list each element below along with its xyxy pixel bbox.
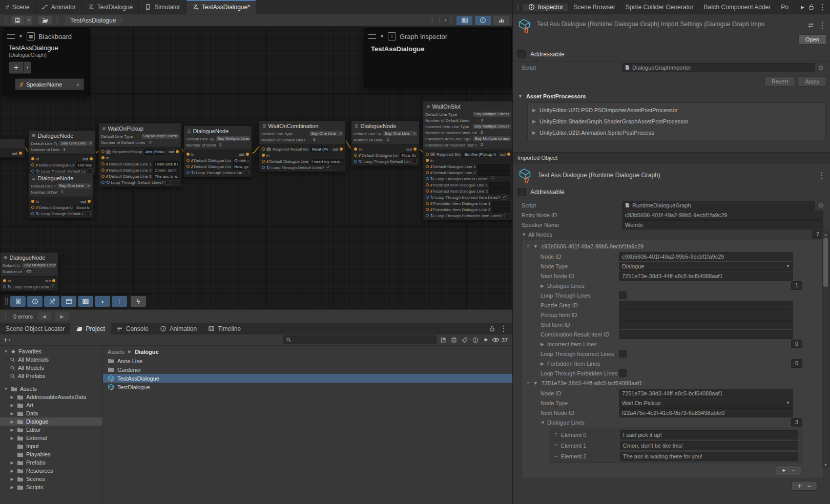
property-field[interactable]: RuntimeDialogueGraph <box>622 201 815 210</box>
out-port[interactable]: out <box>498 152 510 157</box>
port-row-loop-through-default-lines[interactable]: ↻Loop Through Default Lines?✓ <box>259 165 345 170</box>
property-checkbox[interactable] <box>619 369 627 377</box>
node-title[interactable]: ≣WaitOnSlot <box>423 101 512 111</box>
prev-error-button[interactable]: ◀ <box>37 312 51 321</box>
remove-element-button[interactable]: − <box>792 468 795 474</box>
port-icon[interactable] <box>31 206 34 209</box>
port-row-default-dialogue-line-1[interactable]: //Default Dialogue Line 1I said pick it … <box>99 161 181 166</box>
port-icon[interactable] <box>426 159 429 162</box>
port-row-in[interactable]: inout <box>29 156 95 161</box>
port-text-field[interactable]: The ass is waiting there for y <box>153 174 179 179</box>
element-field[interactable]: I said pick it up! <box>620 430 798 439</box>
port-icon[interactable] <box>101 169 105 172</box>
addressable-checkbox[interactable] <box>517 50 526 58</box>
port-icon[interactable] <box>354 148 357 151</box>
port-checkbox[interactable]: ✓ <box>50 284 55 289</box>
favorite-all-prefabs[interactable]: All Prefabs <box>0 372 102 380</box>
window-tab-testassdialogue[interactable]: TestAssDialogue* <box>186 0 256 14</box>
config-dropdown[interactable]: Say Multiple Lines▾ <box>473 136 511 141</box>
port-text-field[interactable]: I need my meat :) <box>310 159 343 164</box>
object-picker-icon[interactable]: ⊙ <box>818 64 823 71</box>
drag-handle-icon[interactable]: = <box>554 432 557 437</box>
out-port-icon[interactable] <box>507 153 510 156</box>
port-row-default-dialogue-line-2[interactable]: //Default Dialogue Line 2Cmon, don't be … <box>99 167 181 173</box>
foldout-arrow-icon[interactable]: ▼ <box>4 387 8 391</box>
out-port-icon[interactable] <box>340 148 343 151</box>
save-button[interactable] <box>11 16 25 25</box>
graph-tool-kebab-button[interactable]: ⋮ <box>112 296 127 307</box>
port-icon[interactable] <box>31 200 34 203</box>
port-icon[interactable] <box>426 202 429 205</box>
node-title[interactable]: ≣StartNode <box>0 139 25 149</box>
drag-handle-icon[interactable] <box>7 34 15 39</box>
breadcrumb-current[interactable]: Dialogue <box>135 349 158 355</box>
blackboard-header[interactable]: ▼ ▦ Blackboard <box>3 29 89 43</box>
graph-node-dialoguenode-4[interactable]: ≣DialogueNodeDefault Line TypeSay Multip… <box>183 125 252 177</box>
port-icon[interactable] <box>426 171 429 174</box>
config-value[interactable]: 2 <box>218 142 250 148</box>
scroll-up-icon[interactable]: ▲ <box>824 232 827 237</box>
foldout-arrow-icon[interactable]: ▶ <box>532 108 536 113</box>
foldout-arrow-icon[interactable]: ▶ <box>532 130 536 135</box>
out-port[interactable]: out <box>237 152 249 157</box>
foldout-arrow-icon[interactable]: ▶ <box>10 477 14 481</box>
scroll-down-icon[interactable]: ▼ <box>824 463 827 468</box>
window-tab-simulator[interactable]: Simulator <box>139 0 186 14</box>
port-text-field[interactable]: Good boy... W <box>74 205 91 211</box>
out-port[interactable]: out <box>404 147 417 152</box>
port-row-forbidden-item-dialogue-line-2[interactable]: //Forbidden Item Dialogue Line 2 <box>423 207 512 212</box>
toolbar-handle[interactable] <box>5 17 7 24</box>
breadcrumb-root[interactable]: Assets <box>108 349 125 355</box>
foldout-arrow-icon[interactable]: ▼ <box>541 420 547 425</box>
tree-folder-editor[interactable]: ▶Editor <box>0 426 102 434</box>
hidden-count[interactable]: 37 <box>492 337 508 343</box>
property-field[interactable]: f22a475e-4c2f-41c6-9b73-6a83498abfe0 <box>619 408 793 417</box>
port-icon[interactable] <box>31 212 34 215</box>
port-text-field[interactable]: I said pick it up! <box>153 161 179 167</box>
next-error-button[interactable]: ▶ <box>55 312 69 321</box>
postprocessor-item[interactable]: ▶UnityEditor.U2D.PSD.PSDImporterAssetPos… <box>528 104 825 116</box>
tree-folder-addressableassetsdata[interactable]: ▶AddressableAssetsData <box>0 393 102 401</box>
favorite-all-models[interactable]: All Models <box>0 364 102 372</box>
lock-icon[interactable] <box>489 325 495 332</box>
array-size-field[interactable]: 3 <box>791 418 802 427</box>
port-row-in[interactable]: inout <box>1 278 58 283</box>
graph-tool-window-button[interactable] <box>61 296 76 307</box>
node-title[interactable]: ≣DialogueNode <box>1 253 58 262</box>
collapse-arrow-icon[interactable]: ▼ <box>380 34 384 39</box>
object-field[interactable]: Meat (Pickup Item Data) <box>310 146 329 152</box>
port-row-in[interactable]: in <box>423 158 512 163</box>
chevron-left-icon[interactable]: ‹ <box>77 81 79 88</box>
presets-icon[interactable] <box>807 20 814 30</box>
assets-root[interactable]: ▼Assets <box>0 385 102 393</box>
port-text-field[interactable]: Now, go on, a <box>233 164 249 170</box>
port-text-field[interactable] <box>492 207 510 213</box>
property-field[interactable] <box>619 310 793 320</box>
toggle-blackboard-button[interactable] <box>457 16 472 25</box>
lock-icon[interactable] <box>808 4 814 10</box>
port-row-loop-through-default-lines[interactable]: ↻Loop Through Default Lines?✓ <box>423 176 512 181</box>
type-filter-icon[interactable] <box>472 337 479 343</box>
port-text-field[interactable] <box>478 170 510 176</box>
port-row-default-dialogue-line[interactable]: //Default Dialogue LineNice, that's it <box>351 153 419 158</box>
graph-inspector-header[interactable]: ▼ i Graph Inspector <box>364 29 511 43</box>
favorite-all-materials[interactable]: All Materials <box>0 355 102 364</box>
foldout-arrow-icon[interactable]: ▶ <box>541 283 547 288</box>
port-icon[interactable] <box>31 157 34 160</box>
out-port[interactable]: out <box>330 147 343 152</box>
tree-folder-art[interactable]: ▶Art <box>0 401 102 409</box>
drag-handle-icon[interactable]: = <box>554 453 557 459</box>
add-element-button[interactable]: + <box>798 483 801 489</box>
port-row-in[interactable]: in <box>259 153 345 158</box>
add-property-button[interactable]: + <box>9 61 24 74</box>
port-icon[interactable] <box>426 153 429 156</box>
port-text-field[interactable]: Cmon, don't be like this! <box>153 167 179 173</box>
graph-tool-tools-button[interactable] <box>44 296 59 307</box>
port-icon[interactable] <box>101 162 105 165</box>
port-row-default-dialogue-line-1[interactable]: //Default Dialogue Line 1 <box>423 164 512 169</box>
graph-tool-doc-button[interactable] <box>10 296 26 307</box>
create-asset-button[interactable]: +▾ <box>4 336 10 344</box>
port-icon[interactable] <box>354 154 357 157</box>
port-row-default-dialogue-line-1[interactable]: //Default Dialogue Line 1Ohhhh yeah, <box>184 158 252 163</box>
config-value[interactable]: 3 <box>479 118 511 123</box>
